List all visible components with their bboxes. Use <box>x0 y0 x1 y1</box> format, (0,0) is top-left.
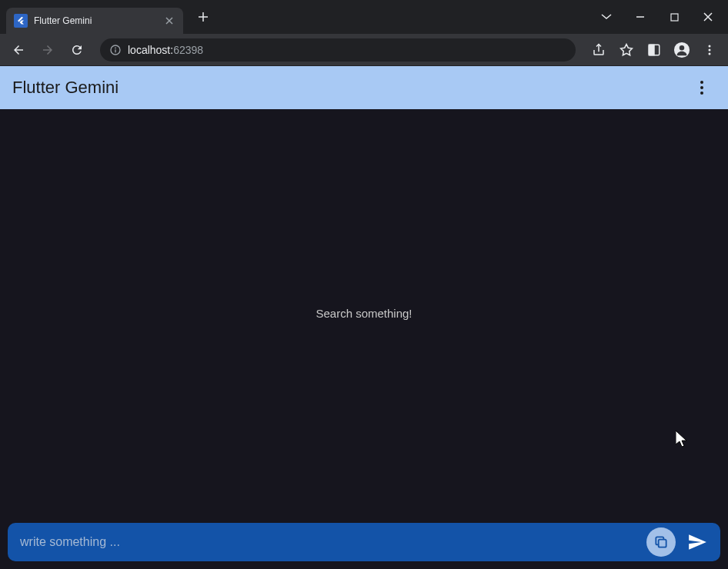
svg-point-13 <box>700 92 703 95</box>
forward-button[interactable] <box>35 38 60 62</box>
browser-toolbar: localhost:62398 <box>0 34 728 66</box>
profile-icon[interactable] <box>670 38 694 62</box>
reload-button[interactable] <box>65 38 89 62</box>
app-viewport: Flutter Gemini Search something! <box>0 66 728 569</box>
url-text: localhost:62398 <box>128 44 203 56</box>
svg-point-10 <box>709 52 711 55</box>
svg-point-7 <box>680 45 684 50</box>
bookmark-icon[interactable] <box>614 38 639 62</box>
message-input[interactable] <box>20 535 640 549</box>
new-tab-button[interactable] <box>192 6 214 28</box>
flutter-icon <box>14 14 28 28</box>
window-controls <box>593 0 728 34</box>
chat-body: Search something! <box>0 109 728 517</box>
toolbar-actions <box>586 38 722 62</box>
svg-point-9 <box>709 48 711 51</box>
svg-rect-3 <box>115 49 115 52</box>
send-button[interactable] <box>682 527 713 557</box>
address-bar[interactable]: localhost:62398 <box>100 38 576 62</box>
back-button[interactable] <box>6 38 31 62</box>
browser-tab[interactable]: Flutter Gemini <box>6 8 183 34</box>
svg-rect-14 <box>659 540 666 547</box>
input-bar <box>8 523 720 561</box>
svg-point-2 <box>115 47 116 48</box>
svg-point-11 <box>700 81 703 84</box>
app-menu-icon[interactable] <box>688 74 716 101</box>
maximize-button[interactable] <box>660 5 688 28</box>
svg-point-8 <box>709 45 711 47</box>
close-window-button[interactable] <box>694 5 722 28</box>
browser-titlebar: Flutter Gemini <box>0 0 728 34</box>
close-tab-icon[interactable] <box>163 15 175 27</box>
attach-button[interactable] <box>646 527 676 557</box>
app-header: Flutter Gemini <box>0 66 728 109</box>
app-footer <box>0 517 728 569</box>
chevron-down-icon[interactable] <box>593 5 620 28</box>
site-info-icon[interactable] <box>109 44 122 56</box>
svg-point-12 <box>700 86 703 89</box>
share-icon[interactable] <box>586 38 611 62</box>
tab-title: Flutter Gemini <box>34 15 157 26</box>
reading-list-icon[interactable] <box>642 38 666 62</box>
svg-rect-0 <box>671 14 678 21</box>
browser-menu-icon[interactable] <box>697 38 722 62</box>
app-title: Flutter Gemini <box>12 78 119 98</box>
minimize-button[interactable] <box>626 5 654 28</box>
svg-rect-5 <box>649 45 654 55</box>
empty-state-text: Search something! <box>316 307 412 320</box>
